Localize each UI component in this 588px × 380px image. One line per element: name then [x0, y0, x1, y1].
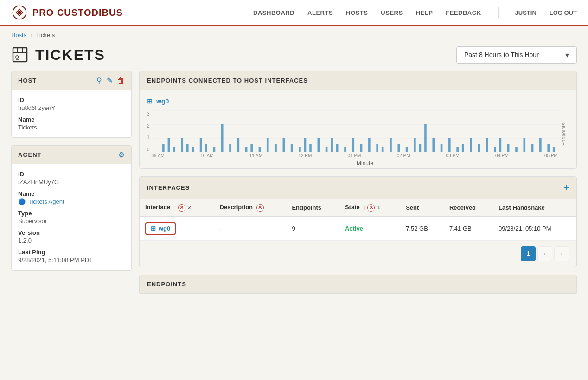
chart-svg — [152, 110, 558, 152]
svg-rect-10 — [173, 147, 175, 152]
svg-rect-57 — [515, 147, 518, 152]
filter-interface-badge[interactable]: ✕ — [178, 204, 185, 212]
svg-rect-35 — [352, 138, 354, 152]
right-panel: ENDPOINTS CONNECTED TO HOST INTERFACES ⊞… — [139, 71, 577, 294]
svg-rect-62 — [552, 147, 555, 152]
col-state: State ↓ ✕ 1 — [339, 199, 400, 216]
host-panel-body: ID hu8d6FzyenY Name Tickets — [12, 90, 131, 137]
chart-interface-icon: ⊞ — [147, 97, 153, 105]
cell-received: 7.41 GB — [444, 216, 493, 240]
nav-feedback[interactable]: FEEDBACK — [446, 9, 481, 16]
sort-up-icon[interactable]: ↑ — [174, 205, 177, 210]
endpoints-chart-header: ENDPOINTS CONNECTED TO HOST INTERFACES — [140, 71, 576, 90]
col-description: Description ✕ — [214, 199, 287, 216]
col-interface: Interface ↑ ✕ 2 — [140, 199, 214, 216]
breadcrumb-parent[interactable]: Hosts — [11, 32, 26, 39]
x-label-12pm: 12 PM — [298, 153, 312, 158]
table-header-row: Interface ↑ ✕ 2 Description ✕ Endpoints — [140, 199, 576, 216]
time-range-selector[interactable]: Past 8 Hours to This Hour ▾ — [456, 46, 577, 64]
page-1-button[interactable]: 1 — [521, 246, 536, 261]
x-label-03pm: 03 PM — [446, 153, 460, 158]
endpoints-chart-title: ENDPOINTS CONNECTED TO HOST INTERFACES — [147, 77, 308, 84]
agent-name-link[interactable]: 🔵 Tickets Agent — [18, 198, 125, 205]
x-label-10am: 10 AM — [200, 153, 213, 158]
nav-logout[interactable]: LOG OUT — [550, 9, 577, 16]
svg-rect-46 — [432, 138, 435, 152]
interfaces-table: Interface ↑ ✕ 2 Description ✕ Endpoints — [140, 199, 576, 241]
x-axis-title: Minute — [161, 160, 569, 167]
edit-icon[interactable]: ✎ — [107, 76, 113, 85]
left-panel: HOST ⚲ ✎ 🗑 ID hu8d6FzyenY Name Tickets A… — [11, 71, 132, 294]
chart-inner: 09 AM 10 AM 11 AM 12 PM 01 PM 02 PM 03 P… — [152, 110, 558, 158]
agent-link-icon: 🔵 — [18, 198, 26, 205]
sort-down-icon[interactable]: ↓ — [363, 205, 366, 210]
svg-rect-41 — [397, 144, 400, 152]
add-interface-icon[interactable]: + — [563, 182, 569, 193]
svg-rect-15 — [205, 144, 207, 152]
nav-links: DASHBOARD ALERTS HOSTS USERS HELP FEEDBA… — [253, 7, 577, 18]
pagination: 1 ‹ › — [140, 241, 576, 267]
x-label-11am: 11 AM — [249, 153, 262, 158]
svg-rect-14 — [199, 138, 202, 152]
svg-rect-27 — [299, 147, 301, 152]
nav-dashboard[interactable]: DASHBOARD — [253, 9, 294, 16]
endpoints-chart-card: ENDPOINTS CONNECTED TO HOST INTERFACES ⊞… — [139, 71, 577, 169]
host-panel-header: HOST ⚲ ✎ 🗑 — [12, 71, 131, 90]
svg-rect-32 — [331, 138, 333, 152]
svg-rect-47 — [440, 144, 442, 152]
prev-page-button[interactable]: ‹ — [537, 246, 552, 261]
cell-endpoints: 9 — [286, 216, 339, 240]
cell-interface: ⊞ wg0 — [140, 216, 214, 240]
agent-panel-title: AGENT — [18, 151, 42, 158]
svg-rect-43 — [414, 138, 416, 152]
fork-icon[interactable]: ⚲ — [96, 76, 102, 85]
agent-type-label: Type — [18, 210, 125, 217]
col-state-label: State — [345, 204, 360, 211]
endpoints-card: ENDPOINTS — [139, 275, 577, 294]
interfaces-title: INTERFACES — [147, 184, 190, 191]
svg-rect-56 — [507, 144, 509, 152]
svg-rect-48 — [448, 138, 451, 152]
col-interface-label: Interface — [145, 204, 170, 211]
interfaces-card: INTERFACES + Interface ↑ ✕ 2 — [139, 176, 577, 267]
tickets-icon — [11, 46, 29, 64]
y-label-1: 1 — [147, 135, 150, 140]
brand-name: PRO CUSTODIBUS — [32, 7, 123, 18]
nav-help[interactable]: HELP — [416, 9, 433, 16]
breadcrumb-current: Tickets — [36, 32, 55, 39]
interfaces-body: Interface ↑ ✕ 2 Description ✕ Endpoints — [140, 199, 576, 267]
navbar: PRO CUSTODIBUS DASHBOARD ALERTS HOSTS US… — [0, 0, 588, 26]
x-axis-labels: 09 AM 10 AM 11 AM 12 PM 01 PM 02 PM 03 P… — [152, 153, 558, 158]
col-last-handshake-label: Last Handshake — [499, 204, 545, 211]
y-axis-label: Endpoints — [558, 110, 569, 158]
delete-icon[interactable]: 🗑 — [117, 77, 125, 85]
agent-version-value: 1.2.0 — [18, 237, 125, 244]
chart-interface-link[interactable]: ⊞ wg0 — [147, 96, 569, 107]
nav-users[interactable]: USERS — [381, 9, 403, 16]
filter-state-badge[interactable]: ✕ — [367, 204, 375, 212]
next-page-button[interactable]: › — [554, 246, 569, 261]
brand: PRO CUSTODIBUS — [11, 4, 123, 21]
y-label-0: 0 — [147, 147, 150, 152]
x-label-04pm: 04 PM — [495, 153, 509, 158]
agent-id-label: ID — [18, 171, 125, 178]
svg-rect-2 — [13, 48, 27, 62]
svg-rect-34 — [344, 147, 346, 152]
svg-rect-8 — [162, 144, 165, 152]
nav-alerts[interactable]: ALERTS — [307, 9, 333, 16]
chart-interface-name: wg0 — [156, 97, 169, 105]
svg-rect-13 — [192, 147, 194, 152]
agent-panel-body: ID iZAZHnMUy7G Name 🔵 Tickets Agent Type… — [12, 164, 131, 270]
interfaces-header: INTERFACES + — [140, 177, 576, 199]
svg-rect-12 — [186, 144, 189, 152]
svg-rect-52 — [478, 144, 480, 152]
svg-rect-23 — [267, 138, 269, 152]
filter-description-badge[interactable]: ✕ — [256, 204, 264, 212]
brand-icon — [11, 4, 28, 21]
gear-icon[interactable]: ⚙ — [118, 150, 125, 159]
svg-rect-37 — [368, 138, 371, 152]
agent-lastping-label: Last Ping — [18, 249, 125, 256]
state-active: Active — [345, 225, 363, 232]
interface-wg0-link[interactable]: ⊞ wg0 — [145, 222, 176, 235]
nav-hosts[interactable]: HOSTS — [346, 9, 368, 16]
